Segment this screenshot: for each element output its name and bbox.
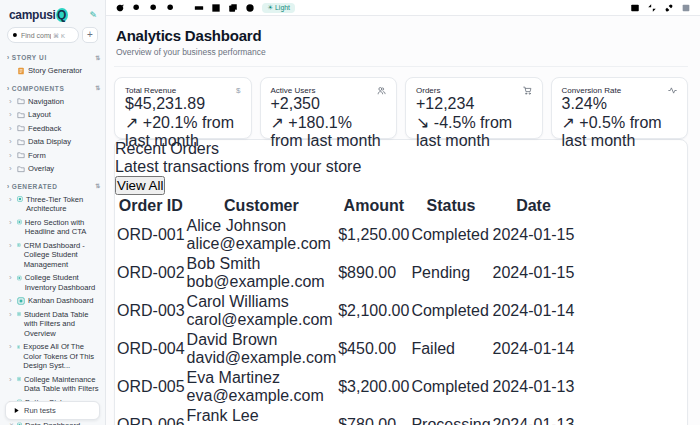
sidebar-folder-data-display[interactable]: ›Data Display: [7, 135, 101, 149]
run-tests-button[interactable]: Run tests: [5, 401, 100, 420]
sidebar-item-label: Overlay: [28, 164, 54, 174]
trend-up-icon: ↗: [562, 114, 580, 131]
sidebar-item-generated-4[interactable]: ›Kanban Dashboard: [7, 294, 101, 308]
stat-value: 3.24%: [562, 95, 678, 113]
edit-pencil-icon[interactable]: ✎: [89, 10, 97, 20]
panel-bottom-icon[interactable]: [630, 3, 640, 13]
stat-card-active-users: Active Users +2,350 ↗ +180.1% from last …: [260, 77, 398, 139]
component-icon: [17, 195, 23, 203]
stat-change-pct: +180.1%: [288, 114, 352, 131]
orders-table: Order ID Customer Amount Status Date ORD…: [115, 195, 576, 425]
col-order-id: Order ID: [117, 197, 185, 215]
outline-icon[interactable]: [211, 3, 221, 13]
chevron-right-icon: ›: [9, 137, 14, 146]
info-icon[interactable]: [245, 3, 255, 13]
stat-label: Conversion Rate: [562, 86, 622, 95]
chevron-right-icon: ›: [9, 124, 14, 133]
users-icon: [377, 86, 386, 95]
order-amount: $3,200.00: [338, 369, 409, 405]
sidebar-item-label: Hero Section with Headline and CTA: [25, 218, 99, 237]
table-row[interactable]: ORD-003 Carol Williamscarol@example.com …: [117, 293, 574, 329]
search-input[interactable]: [21, 32, 51, 39]
sidebar-header: campusiQ ✎: [0, 0, 105, 27]
chevron-right-icon: ›: [9, 342, 14, 351]
collapse-all-icon[interactable]: ⇅: [95, 183, 101, 189]
create-story-button[interactable]: +: [82, 27, 98, 43]
filter-icon[interactable]: [67, 32, 74, 39]
play-icon: [13, 407, 20, 414]
chevron-right-icon: ›: [9, 310, 14, 319]
section-generated[interactable]: › Generated ⇅: [7, 183, 101, 190]
viewport-icon[interactable]: [228, 3, 238, 13]
chevron-right-icon: ›: [9, 273, 14, 282]
sidebar-item-generated-5[interactable]: ›Student Data Table with Filters and Ove…: [7, 308, 101, 341]
component-icon: [17, 343, 20, 351]
theme-toggle[interactable]: ☀ Light: [262, 3, 295, 13]
sidebar-folder-form[interactable]: ›Form: [7, 149, 101, 163]
table-row[interactable]: ORD-006 Frank Leefrank@example.com $780.…: [117, 407, 574, 425]
sidebar-item-generated-2[interactable]: ›CRM Dashboard - College Student Managem…: [7, 239, 101, 272]
sidebar-item-generated-3[interactable]: ›College Student Inventory Dashboard: [7, 271, 101, 294]
stat-change-suffix: from last month: [271, 132, 381, 149]
sidebar-search-row: ⌘ K +: [0, 27, 105, 43]
collapse-all-icon[interactable]: ⇅: [95, 85, 101, 91]
canvas-toolbar: ☀ Light: [106, 0, 700, 16]
table-row[interactable]: ORD-001 Alice Johnsonalice@example.com $…: [117, 217, 574, 253]
component-icon: [17, 375, 21, 383]
sidebar-item-generated-0[interactable]: ›Three-Tier Token Architecture: [7, 193, 101, 216]
sidebar-folder-navigation[interactable]: ›Navigation: [7, 95, 101, 109]
stat-label: Orders: [416, 86, 440, 95]
customer-name: Bob Smith: [187, 255, 337, 273]
status-badge: Pending: [411, 264, 470, 281]
sidebar-item-generated-1[interactable]: ›Hero Section with Headline and CTA: [7, 216, 101, 239]
sidebar-folder-overlay[interactable]: ›Overlay: [7, 162, 101, 176]
section-components[interactable]: › Components ⇅: [7, 85, 101, 92]
sidebar-folder-layout[interactable]: ›Layout: [7, 108, 101, 122]
customer-name: Eva Martinez: [187, 369, 337, 387]
table-row[interactable]: ORD-002 Bob Smithbob@example.com $890.00…: [117, 255, 574, 291]
collapse-icon[interactable]: [647, 3, 657, 13]
sidebar-folder-feedback[interactable]: ›Feedback: [7, 122, 101, 136]
story-doc-icon: [17, 67, 25, 75]
search-box[interactable]: ⌘ K: [7, 27, 79, 43]
view-all-button[interactable]: View All: [115, 176, 165, 195]
toolbar-right: [630, 3, 691, 13]
stat-label: Active Users: [271, 86, 316, 95]
stat-change-pct: +0.5%: [579, 114, 625, 131]
fullscreen-icon[interactable]: [681, 3, 691, 13]
page-title: Analytics Dashboard: [116, 27, 686, 44]
col-customer: Customer: [187, 197, 337, 215]
zoom-in-icon[interactable]: [132, 3, 142, 13]
section-story-ui[interactable]: › Story UI ⇅: [7, 54, 101, 61]
page-header: Analytics Dashboard Overview of your bus…: [114, 16, 688, 67]
order-id: ORD-004: [117, 331, 185, 367]
table-row[interactable]: ORD-005 Eva Martinezeva@example.com $3,2…: [117, 369, 574, 405]
sidebar-item-story-generator[interactable]: › Story Generator: [7, 64, 101, 78]
order-id: ORD-006: [117, 407, 185, 425]
stat-change: ↗ +180.1% from last month: [271, 113, 387, 150]
sidebar-item-generated-7[interactable]: ›College Maintenance Data Table with Fil…: [7, 373, 101, 396]
stat-value: +12,234: [416, 95, 532, 113]
chevron-right-icon: ›: [9, 97, 14, 106]
customer-name: Frank Lee: [187, 407, 337, 425]
zoom-out-icon[interactable]: [149, 3, 159, 13]
col-date: Date: [493, 197, 575, 215]
collapse-all-icon[interactable]: ⇅: [95, 55, 101, 61]
measure-icon[interactable]: [194, 3, 204, 13]
sidebar-item-label: Layout: [28, 110, 51, 120]
remount-icon[interactable]: [115, 3, 125, 13]
zoom-reset-icon[interactable]: [166, 3, 176, 13]
link-icon[interactable]: [664, 3, 674, 13]
component-icon: [17, 421, 22, 425]
customer-name: David Brown: [187, 331, 337, 349]
app-window: campusiQ ✎ ⌘ K + › Story UI ⇅ › Story Ge…: [0, 0, 700, 425]
dollar-icon: $: [236, 86, 240, 95]
chevron-right-icon: ›: [9, 218, 14, 227]
activity-icon: [668, 86, 677, 95]
table-row[interactable]: ORD-004 David Browndavid@example.com $45…: [117, 331, 574, 367]
sidebar-item-generated-6[interactable]: ›Expose All Of The Color Tokens Of This …: [7, 340, 101, 373]
app-logo[interactable]: campusiQ: [9, 8, 68, 22]
sidebar-item-label: Data Display: [28, 137, 71, 147]
order-date: 2024-01-13: [493, 369, 575, 405]
order-id: ORD-001: [117, 217, 185, 253]
